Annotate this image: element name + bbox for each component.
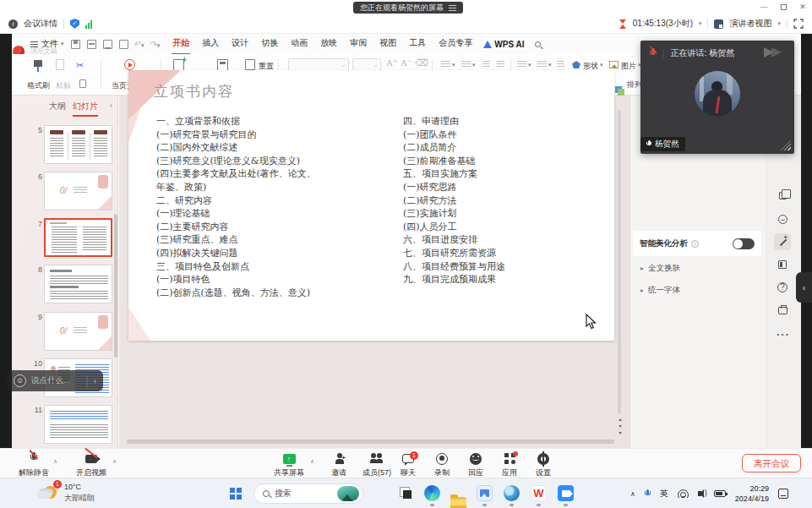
tab-outline[interactable]: 大纲	[49, 101, 66, 112]
members-button[interactable]: 成员(57)	[358, 451, 395, 478]
line-spacing-icon[interactable]	[537, 61, 547, 68]
numbering-icon[interactable]	[461, 61, 471, 68]
chat-input-placeholder[interactable]: 说点什么...	[31, 375, 80, 386]
copy-icon[interactable]	[79, 79, 86, 88]
bing-daily-image[interactable]	[337, 486, 359, 501]
sidebar-collapse-handle[interactable]: ‹	[796, 272, 812, 303]
signal-icon[interactable]	[85, 19, 92, 29]
record-button[interactable]: 录制	[428, 451, 456, 478]
undo-icon[interactable]: ↶▾	[134, 40, 144, 49]
battery-icon[interactable]	[714, 490, 726, 497]
decrease-indent-icon[interactable]	[482, 61, 490, 68]
tab-tools[interactable]: 工具	[408, 34, 427, 55]
notification-center-icon[interactable]	[778, 489, 788, 499]
share-options-caret[interactable]: ∧	[310, 458, 314, 465]
font-family-select[interactable]: ⌄	[288, 58, 349, 71]
maximize-button[interactable]	[777, 3, 789, 12]
slide-thumbnail-9[interactable]: 0/	[44, 312, 112, 351]
more-icon[interactable]: ⋯	[774, 325, 791, 342]
info-icon[interactable]: i	[691, 240, 699, 248]
photos-app-icon[interactable]	[477, 485, 493, 501]
tray-mic-icon[interactable]	[645, 489, 651, 499]
beautify-item-skin[interactable]: 全文换肤	[640, 263, 680, 274]
increase-indent-icon[interactable]	[497, 61, 504, 68]
tab-design[interactable]: 设计	[231, 34, 249, 55]
security-shield-icon[interactable]: ✓	[70, 19, 79, 29]
tab-home[interactable]: 开始	[172, 34, 190, 55]
minimize-button[interactable]: —	[758, 3, 770, 12]
weather-text[interactable]: 10°C 大部晴朗	[64, 482, 95, 504]
unmute-button[interactable]: ∧ 解除静音	[12, 451, 56, 478]
slide-canvas[interactable]: 立项书内容 一、立项背景和依据 (一)研究背景与研究目的 (二)国内外文献综述 …	[128, 70, 614, 341]
start-button[interactable]	[230, 488, 242, 500]
tab-member[interactable]: 会员专享	[438, 34, 473, 55]
share-screen-button[interactable]: ∧ 共享屏幕	[267, 451, 311, 478]
tray-expand-icon[interactable]: ∧	[630, 490, 635, 498]
beautify-toggle[interactable]	[733, 238, 755, 249]
panel-collapse-icon[interactable]: ‹	[110, 101, 112, 110]
slide-vertical-scrollbar[interactable]	[618, 110, 621, 414]
invite-button[interactable]: + 邀请	[324, 451, 353, 478]
picture-icon[interactable]	[609, 61, 619, 68]
beautify-item-font[interactable]: 统一字体	[640, 285, 680, 296]
thumbnail-scrollbar[interactable]	[114, 214, 117, 358]
resize-handle[interactable]	[781, 140, 791, 150]
ime-indicator[interactable]: 英	[660, 488, 668, 500]
output-icon[interactable]	[103, 40, 112, 49]
slide-outline-left[interactable]: 一、立项背景和依据 (一)研究背景与研究目的 (二)国内外文献综述 (三)研究意…	[156, 115, 403, 299]
weather-widget[interactable]: 1	[37, 483, 59, 505]
preview-icon[interactable]	[119, 40, 128, 49]
taskbar-search[interactable]: 搜索	[253, 483, 363, 504]
meeting-details-button[interactable]: 会议详情	[24, 18, 57, 30]
shape-icon[interactable]	[572, 61, 580, 68]
skin-shirt-icon[interactable]	[774, 302, 791, 319]
volume-icon[interactable]	[698, 491, 701, 496]
emoji-icon[interactable]: ☺	[14, 374, 26, 387]
text-direction-icon[interactable]	[517, 61, 526, 68]
edge-icon[interactable]	[424, 485, 440, 501]
fullscreen-icon[interactable]	[793, 19, 804, 29]
tab-slides[interactable]: 幻灯片	[73, 101, 98, 117]
tencent-meeting-icon[interactable]	[558, 485, 574, 501]
format-painter-button[interactable]: 格式刷	[27, 80, 50, 91]
paste-icon[interactable]	[56, 59, 64, 70]
redo-icon[interactable]: ↷▾	[150, 40, 160, 49]
smart-beautify-icon[interactable]	[774, 233, 791, 250]
meeting-timer[interactable]: 01:45:13(3小时)	[633, 18, 693, 30]
video-options-caret[interactable]: ∧	[112, 458, 117, 465]
paste-button[interactable]: 粘贴	[56, 80, 71, 91]
play-from-page-icon[interactable]	[124, 59, 135, 70]
font-size-select[interactable]: ⌄	[352, 58, 381, 71]
picture-button[interactable]: 图片	[621, 61, 636, 72]
wps-ai-button[interactable]: WPS AI	[494, 40, 524, 49]
slide-thumbnail-5[interactable]	[44, 125, 112, 164]
slide-thumbnail-7-selected[interactable]	[44, 218, 112, 257]
mic-options-caret[interactable]: ∧	[53, 458, 57, 465]
share-banner[interactable]: 您正在观看杨贺然的屏幕	[353, 2, 463, 14]
leave-meeting-button[interactable]: 离开会议	[742, 454, 801, 472]
slide-thumbnail-8[interactable]	[44, 265, 112, 303]
speaker-video-overlay[interactable]: | 正在讲话: 杨贺然 杨贺然	[640, 41, 794, 154]
tab-slideshow[interactable]: 放映	[319, 34, 338, 55]
slide-outline-right[interactable]: 四、申请理由 (一)团队条件 (二)成员简介 (三)前期准备基础 五、项目实施方…	[403, 115, 606, 287]
task-view-icon[interactable]	[400, 487, 412, 500]
help-icon[interactable]: ?	[774, 279, 791, 296]
file-explorer-icon[interactable]	[450, 497, 466, 508]
format-painter-icon[interactable]	[34, 60, 42, 67]
print-icon[interactable]	[87, 40, 96, 49]
cut-icon[interactable]: ✂	[76, 60, 84, 71]
tab-review[interactable]: 审阅	[349, 34, 368, 55]
clear-format-icon[interactable]: ⌫	[415, 57, 428, 68]
reset-icon[interactable]	[245, 59, 255, 70]
layout-icon[interactable]	[217, 59, 228, 71]
arrange-icon[interactable]	[615, 86, 622, 93]
browser-globe-icon[interactable]	[504, 485, 520, 501]
slide-nav-buttons[interactable]: ▴▾▾	[615, 416, 625, 436]
banner-menu-icon[interactable]	[449, 5, 456, 11]
search-icon[interactable]	[535, 41, 541, 47]
bullets-icon[interactable]	[441, 61, 450, 68]
grow-font-icon[interactable]: A⁺	[386, 57, 398, 68]
view-mode-caret-icon[interactable]: ▾	[777, 20, 781, 27]
slide-thumbnail-11[interactable]	[44, 405, 112, 444]
settings-button[interactable]: 设置	[529, 451, 558, 478]
